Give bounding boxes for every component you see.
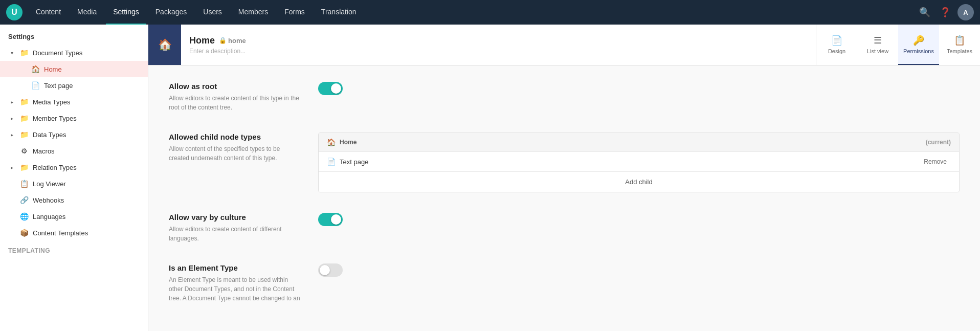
chevron-down-icon: ▾ bbox=[8, 49, 15, 56]
folder-icon: 📁 bbox=[19, 48, 29, 57]
sidebar-item-label: Languages bbox=[33, 213, 140, 220]
allow-vary-by-culture-section: Allow vary by culture Allow editors to c… bbox=[169, 213, 960, 243]
sidebar-item-label: Macros bbox=[33, 147, 140, 155]
description-placeholder[interactable]: Enter a description... bbox=[189, 48, 808, 55]
sidebar-item-label: Document Types bbox=[33, 49, 140, 57]
search-icon[interactable]: 🔍 bbox=[917, 4, 933, 20]
sidebar-item-label: Relation Types bbox=[33, 164, 140, 171]
child-types-box: 🏠 Home (current) 📄 Text page Remove bbox=[318, 133, 960, 192]
child-type-current-row: 🏠 Home (current) bbox=[319, 133, 959, 152]
tab-list-view[interactable]: ☰ List view bbox=[857, 25, 898, 65]
webhook-icon: 🔗 bbox=[19, 195, 29, 205]
allow-as-root-desc: Allow editors to create content of this … bbox=[169, 94, 302, 112]
allow-vary-label-col: Allow vary by culture Allow editors to c… bbox=[169, 213, 302, 243]
allowed-child-node-types-row: Allowed child node types Allow content o… bbox=[169, 133, 960, 192]
sidebar-item-relation-types[interactable]: ▸ 📁 Relation Types bbox=[0, 159, 148, 175]
sidebar-item-label: Text page bbox=[44, 82, 140, 90]
lock-icon: 🔒 bbox=[219, 37, 227, 44]
page-title: Home bbox=[189, 35, 215, 46]
chevron-right-icon: ▸ bbox=[8, 131, 15, 138]
nav-translation[interactable]: Translation bbox=[314, 0, 364, 25]
nav-settings[interactable]: Settings bbox=[106, 0, 146, 25]
child-type-text-page-row: 📄 Text page Remove bbox=[319, 152, 959, 172]
allowed-child-label-col: Allowed child node types Allow content o… bbox=[169, 133, 302, 163]
path-badge: 🔒 home bbox=[219, 37, 246, 45]
is-element-control bbox=[318, 263, 960, 277]
sidebar-item-webhooks[interactable]: 🔗 Webhooks bbox=[0, 192, 148, 208]
allow-as-root-title: Allow as root bbox=[169, 82, 302, 91]
package-icon: 📦 bbox=[19, 228, 29, 237]
home-row-icon: 🏠 bbox=[327, 138, 336, 146]
sidebar-item-data-types[interactable]: ▸ 📁 Data Types bbox=[0, 126, 148, 143]
allow-as-root-section: Allow as root Allow editors to create co… bbox=[169, 82, 960, 112]
nav-users[interactable]: Users bbox=[196, 0, 229, 25]
text-page-row-label: Text page bbox=[340, 158, 916, 166]
chevron-right-icon: ▸ bbox=[8, 164, 15, 171]
sidebar-item-label: Member Types bbox=[33, 115, 140, 122]
spacer-icon bbox=[8, 147, 15, 155]
user-avatar[interactable]: A bbox=[957, 4, 974, 20]
app-logo[interactable]: U bbox=[6, 4, 23, 20]
add-child-button[interactable]: Add child bbox=[319, 172, 959, 192]
allow-vary-toggle[interactable] bbox=[318, 213, 960, 226]
spacer-icon bbox=[8, 213, 15, 220]
sidebar-item-label: Webhooks bbox=[33, 196, 140, 204]
sidebar-item-label: Content Templates bbox=[33, 229, 140, 237]
tab-templates[interactable]: 📋 Templates bbox=[939, 25, 980, 65]
sidebar-item-log-viewer[interactable]: 📋 Log Viewer bbox=[0, 175, 148, 192]
tab-design[interactable]: 📄 Design bbox=[816, 25, 857, 65]
sidebar-item-media-types[interactable]: ▸ 📁 Media Types bbox=[0, 94, 148, 110]
folder-icon: 📁 bbox=[19, 114, 29, 123]
sidebar-item-document-types[interactable]: ▾ 📁 Document Types bbox=[0, 45, 148, 61]
folder-icon: 📁 bbox=[19, 163, 29, 172]
is-element-desc: An Element Type is meant to be used with… bbox=[169, 275, 302, 303]
allow-vary-desc: Allow editors to create content of diffe… bbox=[169, 225, 302, 243]
path-text: home bbox=[228, 37, 246, 45]
design-icon: 📄 bbox=[831, 35, 842, 46]
log-icon: 📋 bbox=[19, 179, 29, 188]
current-node-label: Home bbox=[340, 139, 922, 146]
content-header-tabs: 📄 Design ☰ List view 🔑 Permissions 📋 Tem… bbox=[816, 25, 980, 65]
allow-as-root-control bbox=[318, 82, 960, 95]
help-icon[interactable]: ❓ bbox=[937, 4, 953, 20]
is-element-type-section: Is an Element Type An Element Type is me… bbox=[169, 263, 960, 303]
globe-icon: 🌐 bbox=[19, 212, 29, 221]
chevron-right-icon: ▸ bbox=[8, 115, 15, 122]
page-body: Allow as root Allow editors to create co… bbox=[148, 65, 980, 331]
is-element-type-row: Is an Element Type An Element Type is me… bbox=[169, 263, 960, 303]
spacer-icon bbox=[8, 229, 15, 236]
spacer-icon bbox=[19, 82, 27, 89]
nav-media[interactable]: Media bbox=[70, 0, 104, 25]
allow-as-root-toggle[interactable] bbox=[318, 82, 960, 95]
content-type-icon: 🏠 bbox=[148, 25, 181, 65]
allow-as-root-row: Allow as root Allow editors to create co… bbox=[169, 82, 960, 112]
sidebar-item-home[interactable]: 🏠 Home bbox=[0, 61, 148, 77]
nav-content[interactable]: Content bbox=[29, 0, 68, 25]
sidebar-item-label: Media Types bbox=[33, 98, 140, 106]
sidebar-header: Settings bbox=[0, 25, 148, 45]
allowed-child-control: 🏠 Home (current) 📄 Text page Remove bbox=[318, 133, 960, 192]
content-title-row: Home 🔒 home bbox=[189, 35, 808, 46]
nav-members[interactable]: Members bbox=[231, 0, 275, 25]
spacer-icon bbox=[8, 180, 15, 187]
tab-permissions[interactable]: 🔑 Permissions bbox=[898, 25, 939, 65]
nav-forms[interactable]: Forms bbox=[277, 0, 312, 25]
sidebar-item-text-page[interactable]: 📄 Text page bbox=[0, 77, 148, 94]
sidebar-item-languages[interactable]: 🌐 Languages bbox=[0, 208, 148, 225]
spacer-icon bbox=[19, 65, 27, 73]
document-row-icon: 📄 bbox=[327, 158, 336, 166]
allowed-child-title: Allowed child node types bbox=[169, 133, 302, 141]
is-element-toggle[interactable] bbox=[318, 263, 960, 277]
allow-vary-title: Allow vary by culture bbox=[169, 213, 302, 222]
home-icon: 🏠 bbox=[31, 64, 40, 74]
top-navigation: U Content Media Settings Packages Users … bbox=[0, 0, 980, 25]
sidebar-item-member-types[interactable]: ▸ 📁 Member Types bbox=[0, 110, 148, 126]
sidebar-item-content-templates[interactable]: 📦 Content Templates bbox=[0, 225, 148, 241]
nav-packages[interactable]: Packages bbox=[148, 0, 194, 25]
permissions-icon: 🔑 bbox=[913, 35, 924, 46]
current-badge: (current) bbox=[926, 139, 951, 146]
remove-text-page-button[interactable]: Remove bbox=[920, 157, 951, 166]
sidebar-item-macros[interactable]: ⚙ Macros bbox=[0, 143, 148, 159]
sidebar: Settings ▾ 📁 Document Types 🏠 Home 📄 Tex… bbox=[0, 25, 148, 331]
document-icon: 📄 bbox=[31, 81, 40, 90]
